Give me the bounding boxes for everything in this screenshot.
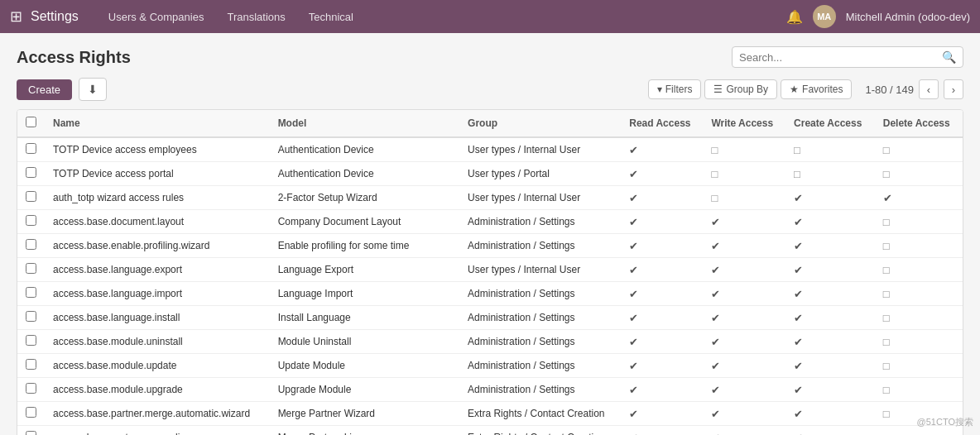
model-sort[interactable]: Model: [278, 117, 307, 129]
header-name[interactable]: Name: [45, 110, 270, 137]
header-model[interactable]: Model: [270, 110, 459, 137]
row-checkbox[interactable]: [26, 215, 36, 226]
toolbar: Create ⬇ ▾ Filters ☰ Group By ★ Favorite…: [17, 78, 963, 101]
row-checkbox[interactable]: [26, 383, 36, 394]
row-checkbox-cell[interactable]: [17, 137, 45, 162]
filter-bar: ▾ Filters ☰ Group By ★ Favorites 1-80 / …: [648, 79, 963, 99]
star-icon: ★: [790, 84, 799, 95]
row-checkbox-cell[interactable]: [17, 258, 45, 282]
search-input[interactable]: [739, 51, 942, 64]
notifications-bell-icon[interactable]: 🔔: [786, 9, 803, 25]
header-write-access[interactable]: Write Access: [703, 110, 785, 137]
row-checkbox-cell[interactable]: [17, 330, 45, 354]
check-true-icon: ✔: [794, 432, 803, 436]
app-grid-icon[interactable]: ⊞: [10, 7, 22, 26]
filter-icon: ▾: [657, 84, 662, 95]
row-checkbox[interactable]: [26, 359, 36, 370]
check-true-icon: ✔: [794, 192, 803, 204]
row-create-access: ✔: [785, 354, 875, 378]
row-name: access.base.language.import: [45, 282, 270, 306]
header-group[interactable]: Group: [459, 110, 621, 137]
row-create-access: ✔: [785, 330, 875, 354]
check-true-icon: ✔: [794, 240, 803, 252]
nav-item-technical[interactable]: Technical: [299, 4, 363, 30]
row-name: access.base.language.export: [45, 258, 270, 282]
row-name: access.base.module.upgrade: [45, 378, 270, 402]
favorites-button[interactable]: ★ Favorites: [781, 79, 852, 99]
row-delete-access: □: [875, 210, 963, 234]
row-create-access: ✔: [785, 186, 875, 210]
search-bar[interactable]: 🔍: [732, 46, 963, 68]
row-model: Upgrade Module: [270, 378, 459, 402]
row-checkbox[interactable]: [26, 167, 36, 178]
row-create-access: ✔: [785, 402, 875, 426]
row-model: Authentication Device: [270, 162, 459, 186]
prev-page-button[interactable]: ‹: [919, 79, 939, 99]
check-true-icon: ✔: [883, 192, 892, 204]
check-false-icon: □: [883, 240, 890, 252]
row-checkbox[interactable]: [26, 191, 36, 202]
row-checkbox-cell[interactable]: [17, 234, 45, 258]
row-checkbox-cell[interactable]: [17, 354, 45, 378]
filters-button[interactable]: ▾ Filters: [648, 79, 702, 99]
row-name: access.base.document.layout: [45, 210, 270, 234]
page-title: Access Rights: [17, 48, 131, 67]
search-icon: 🔍: [942, 50, 956, 64]
row-write-access: □: [703, 137, 785, 162]
download-button[interactable]: ⬇: [79, 78, 107, 101]
group-by-button[interactable]: ☰ Group By: [704, 79, 777, 99]
row-checkbox[interactable]: [26, 287, 36, 298]
next-page-button[interactable]: ›: [944, 79, 963, 99]
check-true-icon: ✔: [629, 360, 638, 372]
row-checkbox-cell[interactable]: [17, 282, 45, 306]
group-sort[interactable]: Group: [468, 117, 497, 129]
row-group: Administration / Settings: [459, 234, 621, 258]
row-checkbox-cell[interactable]: [17, 378, 45, 402]
row-checkbox-cell[interactable]: [17, 402, 45, 426]
header-create-access[interactable]: Create Access: [785, 110, 875, 137]
row-checkbox-cell[interactable]: [17, 186, 45, 210]
row-name: auth_totp wizard access rules: [45, 186, 270, 210]
check-false-icon: □: [794, 144, 800, 156]
row-group: Administration / Settings: [459, 306, 621, 330]
row-write-access: ✔: [703, 258, 785, 282]
check-true-icon: ✔: [711, 264, 720, 276]
row-checkbox[interactable]: [26, 407, 36, 418]
nav-item-users-companies[interactable]: Users & Companies: [98, 4, 214, 30]
table-row: access.base.module.update Update Module …: [17, 354, 963, 378]
row-write-access: □: [703, 186, 785, 210]
row-checkbox-cell[interactable]: [17, 210, 45, 234]
row-name: TOTP Device access portal: [45, 162, 270, 186]
row-name: TOTP Device access employees: [45, 137, 270, 162]
row-checkbox[interactable]: [26, 263, 36, 274]
check-false-icon: □: [883, 384, 890, 396]
row-model: Enable profiling for some time: [270, 234, 459, 258]
row-create-access: ✔: [785, 306, 875, 330]
app-title: Settings: [31, 9, 79, 24]
nav-item-translations[interactable]: Translations: [217, 4, 295, 30]
header-checkbox-col[interactable]: [17, 110, 45, 137]
create-button[interactable]: Create: [17, 79, 72, 100]
row-checkbox-cell[interactable]: [17, 426, 45, 436]
row-read-access: ✔: [621, 402, 703, 426]
row-checkbox[interactable]: [26, 239, 36, 250]
row-checkbox[interactable]: [26, 431, 36, 435]
row-checkbox[interactable]: [26, 143, 36, 154]
check-false-icon: □: [883, 264, 890, 276]
check-false-icon: □: [883, 336, 890, 348]
row-checkbox-cell[interactable]: [17, 162, 45, 186]
header-delete-access[interactable]: Delete Access: [875, 110, 963, 137]
header-read-access[interactable]: Read Access: [621, 110, 703, 137]
row-delete-access: □: [875, 378, 963, 402]
check-true-icon: ✔: [629, 168, 638, 180]
check-false-icon: □: [711, 168, 718, 180]
row-model: Company Document Layout: [270, 210, 459, 234]
user-name-label[interactable]: Mitchell Admin (odoo-dev): [846, 11, 970, 23]
check-true-icon: ✔: [711, 336, 720, 348]
row-checkbox[interactable]: [26, 335, 36, 346]
row-checkbox[interactable]: [26, 311, 36, 322]
name-sort[interactable]: Name: [53, 117, 80, 129]
row-checkbox-cell[interactable]: [17, 306, 45, 330]
select-all-checkbox[interactable]: [26, 117, 36, 127]
table-row: access.base.module.upgrade Upgrade Modul…: [17, 378, 963, 402]
